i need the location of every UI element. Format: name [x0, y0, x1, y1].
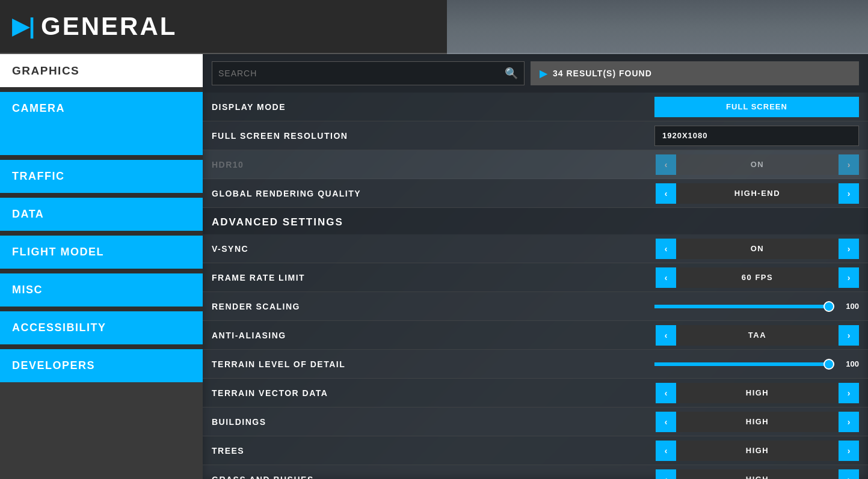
anti-aliasing-left-btn[interactable]: ‹	[656, 325, 676, 346]
sidebar-item-camera[interactable]: CAMERA	[0, 92, 203, 125]
search-input[interactable]	[212, 69, 499, 78]
terrain-lod-label: TERRAIN LEVEL OF DETAIL	[212, 359, 654, 369]
sidebar-gap-6	[0, 307, 203, 311]
terrain-vector-right-btn[interactable]: ›	[839, 383, 859, 403]
terrain-lod-thumb[interactable]	[823, 359, 834, 370]
frame-rate-value: 60 FPS	[676, 267, 839, 288]
vsync-control[interactable]: ‹ ON ›	[656, 239, 859, 259]
sidebar-item-data[interactable]: DATA	[0, 198, 203, 231]
hdr10-arrow-control: ‹ ON ›	[656, 154, 859, 175]
setting-hdr10: HDR10 ‹ ON ›	[203, 150, 868, 179]
resolution-control: 1920X1080	[654, 126, 859, 146]
frame-rate-control[interactable]: ‹ 60 FPS ›	[656, 267, 859, 288]
anti-aliasing-arrow: ‹ TAA ›	[656, 325, 859, 346]
frame-rate-right-btn[interactable]: ›	[839, 267, 859, 288]
buildings-value: HIGH	[676, 412, 839, 432]
grass-bushes-value: HIGH	[676, 469, 839, 480]
header: ▶| GENERAL	[0, 0, 868, 54]
resolution-value[interactable]: 1920X1080	[654, 126, 859, 146]
grass-bushes-control[interactable]: ‹ HIGH ›	[656, 469, 859, 480]
sidebar: GRAPHICS CAMERA TRAFFIC DATA FLIGHT MODE…	[0, 54, 203, 479]
terrain-vector-arrow: ‹ HIGH ›	[656, 383, 859, 403]
sidebar-gap-7	[0, 344, 203, 349]
vsync-label: V-SYNC	[212, 244, 656, 254]
render-scaling-label: RENDER SCALING	[212, 302, 654, 311]
grass-bushes-left-btn[interactable]: ‹	[656, 469, 676, 480]
setting-display-mode: DISPLAY MODE FULL SCREEN	[203, 93, 868, 121]
grass-bushes-label: GRASS AND BUSHES	[212, 475, 656, 480]
rendering-right-btn[interactable]: ›	[839, 183, 859, 204]
results-arrow-icon: ▶	[540, 68, 547, 79]
sidebar-item-misc[interactable]: MISC	[0, 273, 203, 307]
render-scaling-fill	[654, 305, 829, 308]
main-layout: GRAPHICS CAMERA TRAFFIC DATA FLIGHT MODE…	[0, 54, 868, 479]
render-scaling-track[interactable]	[654, 305, 829, 308]
vsync-value: ON	[676, 239, 839, 259]
sidebar-gap-3	[0, 193, 203, 198]
hdr10-control[interactable]: ‹ ON ›	[656, 154, 859, 175]
anti-aliasing-control[interactable]: ‹ TAA ›	[656, 325, 859, 346]
results-text: 34 RESULT(S) FOUND	[553, 69, 652, 78]
grass-bushes-right-btn[interactable]: ›	[839, 469, 859, 480]
buildings-right-btn[interactable]: ›	[839, 412, 859, 432]
sidebar-item-graphics[interactable]: GRAPHICS	[0, 54, 203, 87]
rendering-quality-control[interactable]: ‹ HIGH-END ›	[656, 183, 859, 204]
render-scaling-control: 100	[654, 302, 859, 311]
page-title: GENERAL	[41, 12, 177, 41]
vsync-arrow: ‹ ON ›	[656, 239, 859, 259]
setting-grass-bushes: GRASS AND BUSHES ‹ HIGH ›	[203, 465, 868, 479]
sidebar-gap-2	[0, 155, 203, 160]
header-logo: ▶| GENERAL	[12, 12, 177, 41]
display-mode-value[interactable]: FULL SCREEN	[654, 97, 859, 117]
rendering-quality-value: HIGH-END	[676, 183, 839, 204]
sidebar-item-traffic[interactable]: TRAFFIC	[0, 160, 203, 193]
vsync-left-btn[interactable]: ‹	[656, 239, 676, 259]
setting-vsync: V-SYNC ‹ ON ›	[203, 234, 868, 263]
setting-trees: TREES ‹ HIGH ›	[203, 436, 868, 465]
sidebar-item-flight-model[interactable]: FLIGHT MODEL	[0, 236, 203, 269]
sidebar-gap-5	[0, 269, 203, 273]
sidebar-item-accessibility[interactable]: ACCESSIBILITY	[0, 311, 203, 344]
terrain-vector-left-btn[interactable]: ‹	[656, 383, 676, 403]
anti-aliasing-value: TAA	[676, 325, 839, 346]
setting-frame-rate: FRAME RATE LIMIT ‹ 60 FPS ›	[203, 263, 868, 292]
anti-aliasing-right-btn[interactable]: ›	[839, 325, 859, 346]
display-mode-control[interactable]: FULL SCREEN	[654, 97, 859, 117]
trees-right-btn[interactable]: ›	[839, 441, 859, 461]
trees-control[interactable]: ‹ HIGH ›	[656, 441, 859, 461]
buildings-label: BUILDINGS	[212, 417, 656, 427]
terrain-vector-value: HIGH	[676, 383, 839, 403]
setting-terrain-lod: TERRAIN LEVEL OF DETAIL 100	[203, 350, 868, 379]
hdr10-label: HDR10	[212, 160, 656, 169]
rendering-left-btn[interactable]: ‹	[656, 183, 676, 204]
content-area: 🔍 ▶ 34 RESULT(S) FOUND DISPLAY MODE FULL…	[203, 54, 868, 479]
trees-left-btn[interactable]: ‹	[656, 441, 676, 461]
results-bar: ▶ 34 RESULT(S) FOUND	[531, 61, 859, 85]
search-input-wrapper[interactable]: 🔍	[212, 61, 525, 85]
hdr10-right-btn[interactable]: ›	[839, 154, 859, 175]
search-bar: 🔍 ▶ 34 RESULT(S) FOUND	[203, 54, 868, 93]
terrain-lod-track[interactable]	[654, 362, 829, 366]
setting-anti-aliasing: ANTI-ALIASING ‹ TAA ›	[203, 321, 868, 350]
sidebar-item-developers[interactable]: DEVELOPERS	[0, 349, 203, 382]
buildings-control[interactable]: ‹ HIGH ›	[656, 412, 859, 432]
buildings-arrow: ‹ HIGH ›	[656, 412, 859, 432]
frame-rate-left-btn[interactable]: ‹	[656, 267, 676, 288]
search-icon: 🔍	[499, 67, 524, 80]
trees-arrow: ‹ HIGH ›	[656, 441, 859, 461]
setting-rendering-quality: GLOBAL RENDERING QUALITY ‹ HIGH-END ›	[203, 179, 868, 208]
hdr10-left-btn[interactable]: ‹	[656, 154, 676, 175]
display-mode-label: DISPLAY MODE	[212, 102, 654, 112]
render-scaling-value: 100	[835, 302, 859, 311]
terrain-lod-fill	[654, 362, 829, 366]
terrain-vector-control[interactable]: ‹ HIGH ›	[656, 383, 859, 403]
hdr10-value: ON	[676, 154, 839, 175]
render-scaling-thumb[interactable]	[823, 301, 834, 312]
advanced-settings-header: ADVANCED SETTINGS	[203, 208, 868, 234]
terrain-vector-label: TERRAIN VECTOR DATA	[212, 388, 656, 398]
buildings-left-btn[interactable]: ‹	[656, 412, 676, 432]
sidebar-gap-4	[0, 231, 203, 236]
frame-rate-label: FRAME RATE LIMIT	[212, 273, 656, 282]
frame-rate-arrow: ‹ 60 FPS ›	[656, 267, 859, 288]
vsync-right-btn[interactable]: ›	[839, 239, 859, 259]
